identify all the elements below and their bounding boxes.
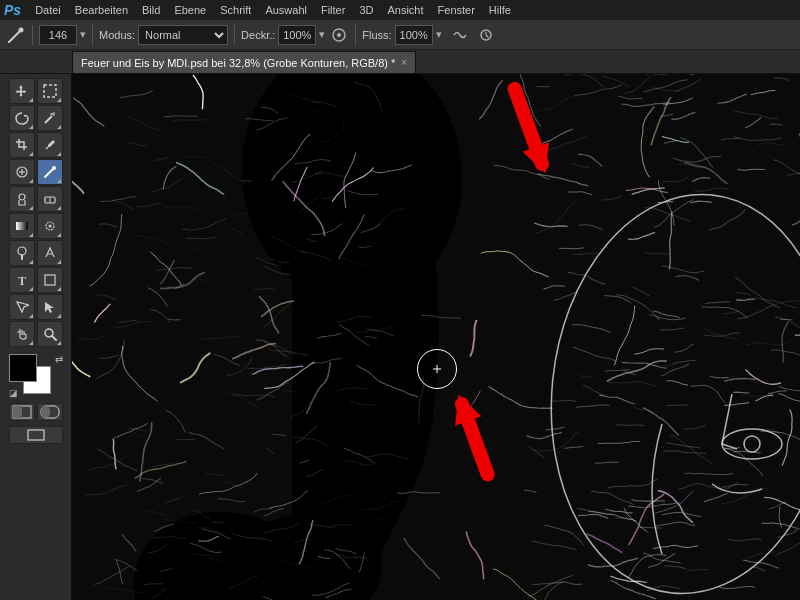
tool-row-3 (9, 132, 63, 158)
svg-point-3 (337, 33, 341, 37)
airbrush-toggle[interactable] (329, 25, 349, 45)
crop-tool[interactable] (9, 132, 35, 158)
document-tab[interactable]: Feuer und Eis by MDI.psd bei 32,8% (Grob… (72, 51, 416, 73)
opacity-label: Deckr.: (241, 29, 275, 41)
svg-point-1 (19, 27, 24, 32)
svg-point-22 (48, 225, 51, 228)
brush-tool-icon[interactable] (6, 25, 26, 45)
mode-select[interactable]: Normal (138, 25, 228, 45)
foreground-color-swatch[interactable] (9, 354, 37, 382)
tool-row-mask (9, 403, 63, 421)
menu-schrift[interactable]: Schrift (214, 2, 257, 18)
tool-row-7 (9, 240, 63, 266)
menu-hilfe[interactable]: Hilfe (483, 2, 517, 18)
svg-rect-34 (28, 430, 44, 440)
opacity-control: Deckr.: ▾ (241, 25, 325, 45)
tools-panel: T (0, 74, 72, 600)
menu-3d[interactable]: 3D (353, 2, 379, 18)
quick-mask-on[interactable] (37, 403, 63, 421)
tablet-pressure-icon[interactable] (476, 25, 496, 45)
document-canvas[interactable] (72, 74, 800, 600)
svg-rect-6 (44, 85, 56, 97)
svg-point-23 (18, 247, 26, 255)
screen-mode-button[interactable] (9, 426, 63, 444)
menu-fenster[interactable]: Fenster (432, 2, 481, 18)
svg-line-7 (45, 116, 52, 123)
menu-ansicht[interactable]: Ansicht (381, 2, 429, 18)
tool-row-2 (9, 105, 63, 131)
clone-stamp-tool[interactable] (9, 186, 35, 212)
main-area: T (0, 74, 800, 600)
zoom-tool[interactable] (37, 321, 63, 347)
menu-filter[interactable]: Filter (315, 2, 351, 18)
opacity-arrow[interactable]: ▾ (319, 28, 325, 41)
gradient-tool[interactable] (9, 213, 35, 239)
menu-bearbeiten[interactable]: Bearbeiten (69, 2, 134, 18)
svg-rect-33 (41, 406, 50, 418)
svg-point-17 (19, 194, 25, 200)
dodge-tool[interactable] (9, 240, 35, 266)
menu-bild[interactable]: Bild (136, 2, 166, 18)
healing-tool[interactable] (9, 159, 35, 185)
brush-tool[interactable] (37, 159, 63, 185)
menu-ebene[interactable]: Ebene (168, 2, 212, 18)
tool-row-9 (9, 294, 63, 320)
svg-rect-31 (13, 406, 22, 418)
flow-control: Fluss: ▾ (362, 25, 441, 45)
opacity-input[interactable] (278, 25, 316, 45)
toolbar-sep-1 (32, 25, 33, 45)
eraser-tool[interactable] (37, 186, 63, 212)
app-logo: Ps (4, 2, 21, 18)
svg-text:T: T (18, 274, 26, 287)
selection-tool[interactable] (37, 78, 63, 104)
tool-row-10 (9, 321, 63, 347)
menu-datei[interactable]: Datei (29, 2, 67, 18)
flow-arrow[interactable]: ▾ (436, 28, 442, 41)
lasso-tool[interactable] (9, 105, 35, 131)
pen-tool[interactable] (37, 240, 63, 266)
smoothing-icon[interactable] (450, 25, 470, 45)
toolbar-sep-4 (355, 25, 356, 45)
shape-tool[interactable] (37, 267, 63, 293)
quick-mask-off[interactable] (9, 403, 35, 421)
magic-wand-tool[interactable] (37, 105, 63, 131)
path-select-tool[interactable] (9, 294, 35, 320)
move-tool[interactable] (9, 78, 35, 104)
svg-marker-5 (15, 85, 25, 97)
tab-bar: Feuer und Eis by MDI.psd bei 32,8% (Grob… (0, 50, 800, 74)
tool-row-4 (9, 159, 63, 185)
svg-rect-27 (45, 275, 55, 285)
options-toolbar: ▾ Modus: Normal Deckr.: ▾ Fluss: ▾ (0, 20, 800, 50)
color-swatches: ⇄ ◪ (9, 354, 63, 398)
swap-colors-icon[interactable]: ⇄ (55, 354, 63, 365)
svg-point-16 (52, 166, 56, 170)
menu-auswahl[interactable]: Auswahl (259, 2, 313, 18)
eyedropper-tool[interactable] (37, 132, 63, 158)
flow-input[interactable] (395, 25, 433, 45)
type-tool[interactable]: T (9, 267, 35, 293)
tool-row-6 (9, 213, 63, 239)
svg-line-11 (46, 147, 48, 149)
brush-preset-arrow[interactable]: ▾ (80, 28, 86, 41)
tool-row-1 (9, 78, 63, 104)
brush-preset-control: ▾ (39, 25, 86, 45)
canvas-area (72, 74, 800, 600)
default-colors-icon[interactable]: ◪ (9, 388, 18, 398)
menu-bar: Ps Datei Bearbeiten Bild Ebene Schrift A… (0, 0, 800, 20)
flow-label: Fluss: (362, 29, 391, 41)
tool-row-5 (9, 186, 63, 212)
blur-tool[interactable] (37, 213, 63, 239)
svg-line-29 (52, 336, 56, 340)
toolbar-sep-3 (234, 25, 235, 45)
tab-close-button[interactable]: × (401, 57, 407, 68)
brush-size-input[interactable] (39, 25, 77, 45)
svg-rect-20 (16, 222, 28, 230)
hand-tool[interactable] (9, 321, 35, 347)
toolbar-sep-2 (92, 25, 93, 45)
mode-control: Modus: Normal (99, 25, 228, 45)
tab-title: Feuer und Eis by MDI.psd bei 32,8% (Grob… (81, 57, 395, 69)
direct-select-tool[interactable] (37, 294, 63, 320)
mode-label: Modus: (99, 29, 135, 41)
tool-row-8: T (9, 267, 63, 293)
svg-line-0 (9, 30, 21, 42)
